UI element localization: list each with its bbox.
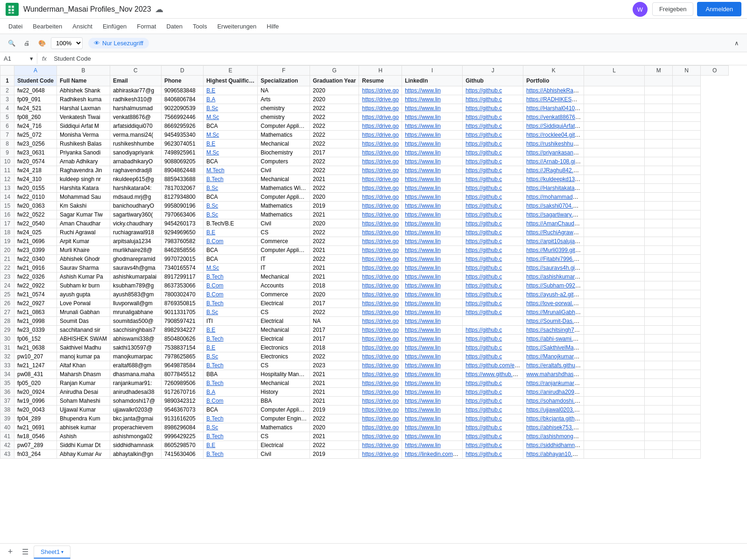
column-header-cell[interactable]: Specialization: [258, 76, 310, 86]
cell[interactable]: mdsaud.mrj@g: [110, 193, 161, 202]
cell[interactable]: 9970720015: [161, 255, 203, 264]
cell[interactable]: https://www.lin: [402, 299, 463, 308]
cell[interactable]: [645, 264, 673, 273]
col-header-H[interactable]: H: [359, 66, 402, 76]
cell[interactable]: B.Com: [203, 397, 257, 406]
cell[interactable]: ITI: [203, 317, 257, 326]
cell[interactable]: M.Sc: [203, 264, 257, 273]
cell[interactable]: 2021: [310, 273, 359, 281]
cell[interactable]: [645, 388, 673, 397]
cell[interactable]: History: [258, 388, 310, 397]
cell[interactable]: https://github.c: [463, 388, 523, 397]
cell[interactable]: 6: [0, 122, 14, 131]
col-header-C[interactable]: C: [110, 66, 161, 76]
col-header-K[interactable]: K: [523, 66, 584, 76]
cell[interactable]: 7983760582: [161, 237, 203, 246]
cell[interactable]: https://ashishkumarpalai.github.io: [523, 273, 584, 281]
cell[interactable]: Ashish Kumar Pa: [57, 273, 110, 281]
cell[interactable]: https://github.c: [463, 104, 523, 113]
cell[interactable]: 7978625865: [161, 352, 203, 361]
cell[interactable]: 8637353066: [161, 281, 203, 290]
cell[interactable]: mrunaligabhane: [110, 308, 161, 317]
cell[interactable]: rushikeshhumbe: [110, 140, 161, 148]
cell[interactable]: https://www.lin: [402, 219, 463, 228]
cell[interactable]: B.Tech: [203, 361, 257, 370]
cell-reference[interactable]: A1 ▾: [0, 53, 37, 64]
cell[interactable]: BBA: [203, 370, 257, 379]
cell[interactable]: fw21_0998: [14, 317, 57, 326]
cell[interactable]: 17: [0, 219, 14, 228]
col-header-I[interactable]: I: [402, 66, 463, 76]
cell[interactable]: https://drive.go: [359, 104, 402, 113]
cell[interactable]: [673, 122, 701, 131]
cell[interactable]: https://drive.go: [359, 299, 402, 308]
cell[interactable]: Aman Chaudhar: [57, 219, 110, 228]
cell[interactable]: [673, 326, 701, 335]
cell[interactable]: 35: [0, 379, 14, 388]
cell[interactable]: sakthi130597@: [110, 343, 161, 352]
cell[interactable]: M.Sc: [203, 131, 257, 140]
cell[interactable]: https://drive.go: [359, 219, 402, 228]
cell[interactable]: 43: [0, 450, 14, 459]
cell[interactable]: NA: [258, 86, 310, 95]
cell[interactable]: https://github.c: [463, 237, 523, 246]
cell[interactable]: 2021: [310, 379, 359, 388]
cell[interactable]: 9131616205: [161, 414, 203, 423]
cell[interactable]: [673, 166, 701, 175]
cell[interactable]: Maharsh Dhasm: [57, 370, 110, 379]
cell[interactable]: [645, 441, 673, 450]
cell[interactable]: 2022: [310, 414, 359, 423]
column-header-cell[interactable]: Portfolio: [523, 76, 584, 86]
cell[interactable]: [673, 95, 701, 104]
cell[interactable]: eraltaf688@gm: [110, 361, 161, 370]
cell[interactable]: Soumit Das: [57, 317, 110, 326]
cell[interactable]: ashishkumarpalai: [110, 273, 161, 281]
cell[interactable]: 8605298570: [161, 441, 203, 450]
cell[interactable]: B.Sc: [203, 352, 257, 361]
cell[interactable]: 9011331705: [161, 308, 203, 317]
cell[interactable]: sanodiyapriyank: [110, 148, 161, 157]
cell[interactable]: Accounts: [258, 281, 310, 290]
cell[interactable]: B.Com: [203, 237, 257, 246]
cell[interactable]: Harshita Katara: [57, 184, 110, 193]
cell[interactable]: https://abhi-swami.github.io: [523, 335, 584, 343]
cell[interactable]: pw07_289: [14, 441, 57, 450]
cell[interactable]: [645, 122, 673, 131]
cell[interactable]: CS: [258, 228, 310, 237]
cell[interactable]: 8462858556: [161, 246, 203, 255]
cell[interactable]: https://JRaghu842.github.io: [523, 166, 584, 175]
cell[interactable]: https://Subham-0922.github.io: [523, 281, 584, 290]
cell[interactable]: https://www.lin: [402, 441, 463, 450]
cell[interactable]: 2022: [310, 104, 359, 113]
cell[interactable]: Rushikesh Balas: [57, 140, 110, 148]
cell[interactable]: fw24_025: [14, 228, 57, 237]
cell[interactable]: [645, 432, 673, 441]
cell[interactable]: https://rocklee04.github.io: [523, 131, 584, 140]
sheet-tab-sheet1[interactable]: Sheet1 ▾: [34, 546, 70, 559]
cell[interactable]: https://ranjankumar9.github.io/: [523, 379, 584, 388]
cell[interactable]: 7538837154: [161, 343, 203, 352]
cell[interactable]: Electrical: [258, 335, 310, 343]
cell[interactable]: https://github.c: [463, 343, 523, 352]
cell[interactable]: 2022: [310, 308, 359, 317]
cell[interactable]: raghavendradj8: [110, 166, 161, 175]
cell[interactable]: https://www.lin: [402, 388, 463, 397]
cell[interactable]: 8986296084: [161, 423, 203, 432]
cell[interactable]: fw23_0631: [14, 148, 57, 157]
cell[interactable]: https://drive.go: [359, 210, 402, 219]
cell[interactable]: https://www.lin: [402, 237, 463, 246]
cell[interactable]: fw22_0922: [14, 281, 57, 290]
cell[interactable]: banichoudharyO: [110, 202, 161, 210]
cell[interactable]: fp04_289: [14, 414, 57, 423]
cell[interactable]: https://drive.go: [359, 397, 402, 406]
cell[interactable]: [645, 237, 673, 246]
cell[interactable]: https://www.lin: [402, 335, 463, 343]
cell[interactable]: [673, 281, 701, 290]
cell[interactable]: https://github.c: [463, 414, 523, 423]
cell[interactable]: B.Sc: [203, 202, 257, 210]
cell[interactable]: https://Arnab-108.github.io: [523, 157, 584, 166]
cell[interactable]: 31: [0, 343, 14, 352]
cell[interactable]: [645, 414, 673, 423]
cell[interactable]: https://www.lin: [402, 175, 463, 184]
cell[interactable]: B.Tech: [203, 450, 257, 459]
